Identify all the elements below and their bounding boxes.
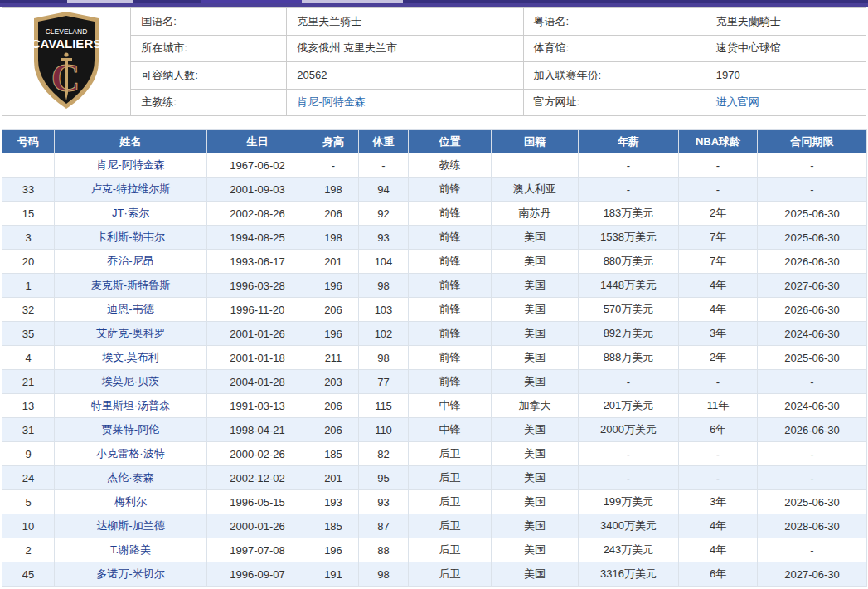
cell-number: 33 <box>2 178 55 202</box>
cell-weight: 88 <box>359 538 409 562</box>
cell-birthday: 2000-02-26 <box>207 442 308 466</box>
cell-position: 前锋 <box>409 250 492 274</box>
cell-height: 211 <box>308 346 359 370</box>
player-name-link[interactable]: T.谢路美 <box>110 543 151 556</box>
player-name-link[interactable]: 乔治-尼昂 <box>107 255 153 267</box>
cell-weight: 98 <box>359 274 409 298</box>
player-name-link[interactable]: 梅利尔 <box>114 495 147 508</box>
cell-contract: 2024-06-30 <box>758 322 867 346</box>
player-name-link[interactable]: 卢克-特拉维尔斯 <box>91 183 170 195</box>
cell-number: 1 <box>2 274 55 298</box>
info-label: 加入联赛年份: <box>523 62 706 90</box>
cell-position: 中锋 <box>409 418 492 442</box>
cell-number: 45 <box>2 562 55 587</box>
table-row: 13 特里斯坦·汤普森 1991-03-13 206 115 中锋 加拿大 20… <box>2 394 867 418</box>
player-name-link[interactable]: JT·索尔 <box>112 207 149 219</box>
cell-name: 艾萨克-奥科罗 <box>55 322 207 346</box>
cell-height: 198 <box>308 178 359 202</box>
cell-salary: 892万美元 <box>579 322 679 346</box>
player-name-link[interactable]: 卡利斯-勒韦尔 <box>96 231 164 243</box>
cell-name: 埃文.莫布利 <box>55 346 207 370</box>
cell-nationality: 美国 <box>492 538 579 562</box>
cell-name: JT·索尔 <box>55 202 207 226</box>
cell-salary: - <box>579 153 679 178</box>
cell-nba-years: 11年 <box>679 394 758 418</box>
team-logo-cell: CLEVELAND CAVALIERS C <box>2 8 131 116</box>
player-name-link[interactable]: 肯尼-阿特金森 <box>96 158 164 171</box>
player-name-link[interactable]: 小克雷格·波特 <box>96 447 164 460</box>
cell-weight: 98 <box>359 562 409 587</box>
info-value: 速贷中心球馆 <box>706 35 866 62</box>
player-name-link[interactable]: 达柳斯-加兰德 <box>96 519 164 532</box>
cell-contract: - <box>758 178 867 202</box>
cell-position: 前锋 <box>409 178 492 202</box>
player-name-link[interactable]: 贾莱特-阿伦 <box>102 423 159 436</box>
cell-nba-years: - <box>679 442 758 466</box>
player-name-link[interactable]: 特里斯坦·汤普森 <box>91 399 170 411</box>
cell-nationality: 美国 <box>492 466 579 490</box>
cell-number: 13 <box>2 394 55 418</box>
cell-nba-years: 2年 <box>679 346 758 370</box>
player-name-link[interactable]: 杰伦·泰森 <box>107 471 153 484</box>
player-name-link[interactable]: 麦克斯-斯特鲁斯 <box>91 279 170 291</box>
cell-salary: - <box>579 442 679 466</box>
cell-birthday: 2002-08-26 <box>207 202 308 226</box>
table-row: 24 杰伦·泰森 2002-12-02 201 95 后卫 美国 - - - <box>2 466 867 490</box>
cell-salary: - <box>579 178 679 202</box>
cell-nationality: 美国 <box>492 226 579 250</box>
cell-position: 后卫 <box>409 442 492 466</box>
table-row: 20 乔治-尼昂 1993-06-17 201 104 前锋 美国 880万美元… <box>2 250 867 274</box>
cell-nationality: 加拿大 <box>492 394 579 418</box>
cell-salary: 243万美元 <box>579 538 679 562</box>
player-name-link[interactable]: 多诺万-米切尔 <box>96 567 164 580</box>
cell-height: 201 <box>308 250 359 274</box>
cell-height: 196 <box>308 538 359 562</box>
cell-salary: 201万美元 <box>579 394 679 418</box>
col-header-name: 姓名 <box>55 130 207 153</box>
cell-weight: 110 <box>359 418 409 442</box>
cell-height: 206 <box>308 298 359 322</box>
cell-position: 前锋 <box>409 346 492 370</box>
cell-name: 杰伦·泰森 <box>55 466 207 490</box>
cell-salary: 570万美元 <box>579 298 679 322</box>
cell-height: 201 <box>308 466 359 490</box>
cell-weight: 98 <box>359 346 409 370</box>
player-name-link[interactable]: 埃莫尼·贝茨 <box>102 375 159 387</box>
cell-height: - <box>308 153 359 178</box>
cell-contract: - <box>758 538 867 562</box>
cell-weight: 95 <box>359 466 409 490</box>
player-name-link[interactable]: 艾萨克-奥科罗 <box>96 327 164 339</box>
cell-birthday: 1996-05-15 <box>207 490 308 514</box>
player-name-link[interactable]: 迪恩-韦德 <box>107 303 153 315</box>
cell-nationality: 南苏丹 <box>492 202 579 226</box>
cell-position: 教练 <box>409 153 492 178</box>
cell-birthday: 2002-12-02 <box>207 466 308 490</box>
cell-contract: 2024-06-30 <box>758 394 867 418</box>
cell-contract: 2025-06-30 <box>758 346 867 370</box>
cell-contract: - <box>758 153 867 178</box>
info-label: 主教练: <box>131 89 287 116</box>
cell-name: 埃莫尼·贝茨 <box>55 370 207 394</box>
cell-birthday: 1993-06-17 <box>207 250 308 274</box>
cell-salary: 1448万美元 <box>579 274 679 298</box>
cell-nba-years: 3年 <box>679 322 758 346</box>
cell-position: 中锋 <box>409 394 492 418</box>
table-row: 32 迪恩-韦德 1996-11-20 206 103 前锋 美国 570万美元… <box>2 298 867 322</box>
cell-position: 后卫 <box>409 490 492 514</box>
cell-name: 麦克斯-斯特鲁斯 <box>55 274 207 298</box>
cell-weight: 93 <box>359 226 409 250</box>
cell-nba-years: - <box>679 153 758 178</box>
cell-name: 达柳斯-加兰德 <box>55 514 207 538</box>
cell-nationality: 美国 <box>492 418 579 442</box>
cell-position: 前锋 <box>409 226 492 250</box>
info-label: 国语名: <box>131 8 287 36</box>
player-name-link[interactable]: 埃文.莫布利 <box>102 351 159 363</box>
head-coach-link[interactable]: 肯尼-阿特金森 <box>297 95 365 108</box>
cell-salary: 2000万美元 <box>579 418 679 442</box>
cavaliers-shield-icon: CLEVELAND CAVALIERS C <box>25 10 108 111</box>
table-row: 10 达柳斯-加兰德 2000-01-26 185 87 后卫 美国 3400万… <box>2 514 867 538</box>
cell-name: 梅利尔 <box>55 490 207 514</box>
cell-birthday: 2000-01-26 <box>207 514 308 538</box>
official-site-link[interactable]: 进入官网 <box>716 95 759 108</box>
cell-height: 191 <box>308 562 359 587</box>
